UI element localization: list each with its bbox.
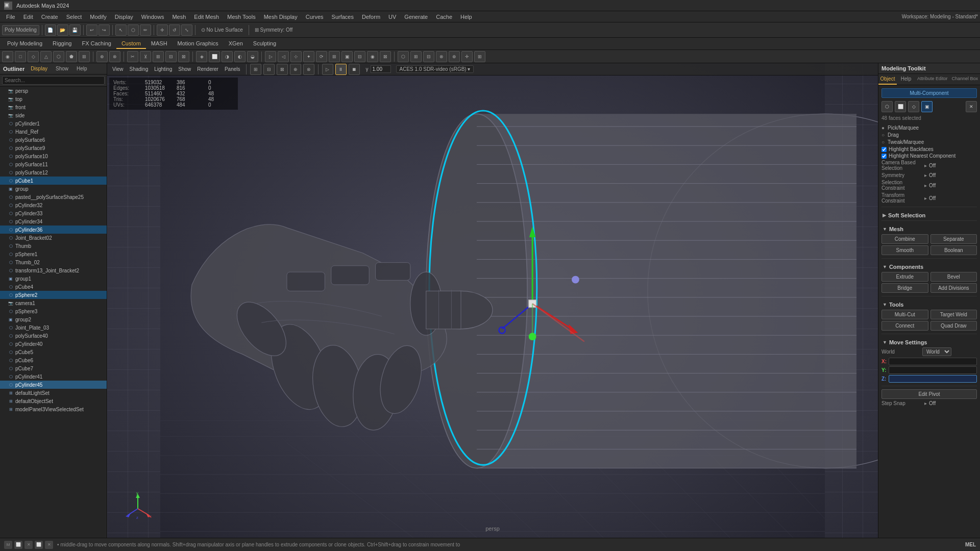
vp-tool-3[interactable]: ⊠ <box>277 64 288 75</box>
tree-item-38[interactable]: ▶⊞defaultLightSet <box>0 389 107 397</box>
tool-15[interactable]: ◈ <box>196 51 207 62</box>
tool-6[interactable]: ⬟ <box>66 51 77 62</box>
tool-30[interactable]: ⬡ <box>398 51 409 62</box>
tree-item-22[interactable]: ▶⬡Thumb_02 <box>0 258 107 266</box>
tree-item-34[interactable]: ▶⬡pCube6 <box>0 356 107 364</box>
lasso-btn[interactable]: ⬡ <box>128 24 139 36</box>
tree-item-17[interactable]: ▶⬡pCylinder34 <box>0 217 107 226</box>
comp-close-icon[interactable]: ✕ <box>966 101 977 112</box>
tool-7[interactable]: ⊞ <box>79 51 90 62</box>
tree-item-20[interactable]: ▶⬡Thumb <box>0 242 107 250</box>
connect-btn[interactable]: Connect <box>881 321 928 331</box>
tool-21[interactable]: ◁ <box>278 51 289 62</box>
tree-item-15[interactable]: ▶⬡pCylinder32 <box>0 201 107 209</box>
menu-item-help[interactable]: Help <box>456 13 476 21</box>
outliner-tab-display[interactable]: Display <box>29 65 50 72</box>
tree-item-2[interactable]: ▶📷top <box>0 95 107 103</box>
tree-item-32[interactable]: ▶⬡pCylinder40 <box>0 340 107 348</box>
comp-face-icon[interactable]: ◇ <box>908 101 919 112</box>
tool-31[interactable]: ⊞ <box>410 51 422 62</box>
move-settings-header[interactable]: ▼ Move Settings <box>881 337 977 347</box>
search-input[interactable] <box>2 76 105 85</box>
tree-item-9[interactable]: ▶⬡polySurface10 <box>0 152 107 160</box>
tool-4[interactable]: △ <box>40 51 52 62</box>
tool-20[interactable]: ▷ <box>265 51 276 62</box>
tab-poly-modeling[interactable]: Poly Modeling <box>2 39 47 49</box>
multi-component-btn[interactable]: Multi-Component <box>881 88 977 98</box>
combine-btn[interactable]: Combine <box>881 234 928 244</box>
tree-item-29[interactable]: ▶▣group2 <box>0 315 107 323</box>
tools-header[interactable]: ▼ Tools <box>881 299 977 310</box>
tool-18[interactable]: ◐ <box>234 51 246 62</box>
tool-19[interactable]: ◒ <box>247 51 258 62</box>
tree-item-26[interactable]: ▶⬡pSphere2 <box>0 291 107 299</box>
select-btn[interactable]: ↖ <box>115 24 127 36</box>
tree-item-10[interactable]: ▶⬡polySurface11 <box>0 160 107 168</box>
tree-item-6[interactable]: ▶⬡Hand_Ref <box>0 128 107 136</box>
menu-item-surfaces[interactable]: Surfaces <box>328 13 358 21</box>
menu-item-create[interactable]: Create <box>37 13 62 21</box>
boolean-btn[interactable]: Boolean <box>930 245 977 255</box>
tool-28[interactable]: ◉ <box>367 51 378 62</box>
tab-mash[interactable]: MASH <box>146 39 173 49</box>
bevel-btn[interactable]: Bevel <box>930 272 977 282</box>
tree-item-40[interactable]: ▶⊞modelPanel3ViewSelectedSet <box>0 405 107 413</box>
undo-btn[interactable]: ↩ <box>86 24 97 36</box>
menu-item-modify[interactable]: Modify <box>86 13 110 21</box>
tool-32[interactable]: ⊟ <box>423 51 434 62</box>
tree-item-11[interactable]: ▶⬡polySurface12 <box>0 168 107 177</box>
tab-xgen[interactable]: XGen <box>224 39 248 49</box>
subtab-object[interactable]: Object <box>878 74 897 85</box>
menu-item-mesh-display[interactable]: Mesh Display <box>260 13 302 21</box>
components-header[interactable]: ▼ Components <box>881 262 977 272</box>
tool-23[interactable]: ✦ <box>303 51 314 62</box>
tab-sculpting[interactable]: Sculpting <box>248 39 281 49</box>
redo-btn[interactable]: ↪ <box>99 24 110 36</box>
vp-renderer-btn[interactable]: Renderer <box>195 66 220 72</box>
menu-item-display[interactable]: Display <box>111 13 137 21</box>
tree-item-7[interactable]: ▶⬡polySurface6 <box>0 136 107 144</box>
extrude-btn[interactable]: Extrude <box>881 272 928 282</box>
tree-item-14[interactable]: ▶⬡pasted__polySurfaceShape25 <box>0 193 107 201</box>
attr-editor-link[interactable]: Attribute Editor <box>915 74 950 85</box>
tool-5[interactable]: ⬡ <box>53 51 64 62</box>
vp-play-btn[interactable]: ▷ <box>322 64 333 75</box>
tool-36[interactable]: ⊞ <box>474 51 485 62</box>
status-icon-3[interactable]: ✕ <box>24 541 33 549</box>
vp-shading-btn[interactable]: Shading <box>128 66 151 72</box>
tree-item-37[interactable]: ▶⬡pCylinder45 <box>0 381 107 389</box>
comp-3d-icon[interactable]: ▣ <box>921 101 933 112</box>
menu-item-edit-mesh[interactable]: Edit Mesh <box>190 13 223 21</box>
outliner-tab-help[interactable]: Help <box>75 65 89 72</box>
tree-item-4[interactable]: ▶📷side <box>0 111 107 119</box>
open-btn[interactable]: 📂 <box>57 24 68 36</box>
scale-btn[interactable]: ⤡ <box>181 24 192 36</box>
tree-item-13[interactable]: ▶▣group <box>0 185 107 193</box>
tool-12[interactable]: ⊞ <box>153 51 164 62</box>
tree-item-18[interactable]: ▶⬡pCylinder36 <box>0 226 107 234</box>
multi-cut-btn[interactable]: Multi-Cut <box>881 310 928 319</box>
gamma-input[interactable] <box>371 65 391 73</box>
tree-item-31[interactable]: ▶⬡polySurface40 <box>0 332 107 340</box>
move-btn[interactable]: ✛ <box>157 24 168 36</box>
bridge-btn[interactable]: Bridge <box>881 283 928 293</box>
no-live-surface[interactable]: ⊙ No Live Surface <box>198 27 246 33</box>
tree-item-3[interactable]: ▶📷front <box>0 103 107 111</box>
vp-show-btn[interactable]: Show <box>176 66 193 72</box>
highlight-nearest-cb[interactable] <box>881 154 887 159</box>
mesh-header[interactable]: ▼ Mesh <box>881 224 977 234</box>
menu-item-mesh-tools[interactable]: Mesh Tools <box>223 13 259 21</box>
target-weld-btn[interactable]: Target Weld <box>930 310 977 319</box>
tool-24[interactable]: ⟳ <box>316 51 327 62</box>
tab-rigging[interactable]: Rigging <box>47 39 77 49</box>
tree-item-25[interactable]: ▶⬡pCube4 <box>0 283 107 291</box>
tool-26[interactable]: ▣ <box>341 51 353 62</box>
tree-item-35[interactable]: ▶⬡pCube7 <box>0 364 107 372</box>
y-coord-input[interactable]: 4.94 <box>889 366 977 374</box>
menu-item-deform[interactable]: Deform <box>358 13 384 21</box>
tool-8[interactable]: ⊕ <box>96 51 108 62</box>
tree-item-19[interactable]: ▶⬡Joint_Bracket02 <box>0 234 107 242</box>
world-dropdown[interactable]: World Local Object <box>922 347 951 356</box>
rotate-btn[interactable]: ↺ <box>169 24 180 36</box>
viewport[interactable]: View Shading Lighting Show Renderer Pane… <box>107 63 878 538</box>
